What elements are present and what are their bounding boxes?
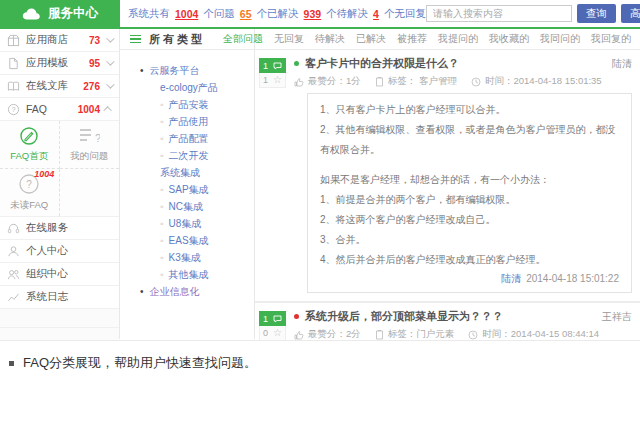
answer-line: 1、只有客户卡片上的客户经理可以合并。 [320,100,619,120]
faq-panel-empty-cell [60,169,120,217]
category-tree-panel: 所有类型 云服务平台 e-cology产品 产品安装 产品使用 产品配置 二次开… [120,29,255,339]
users-icon [7,268,20,281]
sidebar-item-faq[interactable]: ? FAQ 1004 [0,98,119,121]
question-title[interactable]: 客户卡片中的合并权限是什么？ [305,56,459,71]
unread-faq-icon-wrap: ? 1004 [18,173,40,195]
sidebar-empty-row [0,328,119,341]
stat-noreply[interactable]: 4 [373,8,379,20]
faq-home-label: FAQ首页 [10,150,48,163]
unread-faq-item[interactable]: ? 1004 未读FAQ [0,169,60,217]
question-item: 1 1 ☆ 客户卡片中的合并权限是什么？ 陆清 [255,50,640,293]
score-meta: 最赞分：2分 [294,328,361,341]
tree-node-enterprise-info[interactable]: 企业信息化 [120,283,254,300]
unread-count-badge: 1004 [34,169,54,179]
score-label: 最赞分：2分 [308,328,361,341]
question-badges: 1 0 ☆ [259,311,286,341]
star-count-badge[interactable]: 0 ☆ [259,326,286,341]
filter-tab-pending[interactable]: 待解决 [315,32,345,46]
caption: FAQ分类展现，帮助用户快速查找问题。 [0,341,640,372]
sidebar-item-label: 在线文库 [26,79,68,93]
query-button[interactable]: 查询 [577,4,616,23]
status-dot-pending [294,314,299,319]
sidebar-item-personal-center[interactable]: 个人中心 [0,240,119,263]
filter-tab-solved[interactable]: 已解决 [356,32,386,46]
tree-node-ecology-product[interactable]: e-cology产品 [120,79,254,96]
svg-text:?: ? [95,132,100,144]
filter-tab-recommended[interactable]: 被推荐 [397,32,427,46]
my-questions-item[interactable]: ? 我的问题 [60,121,120,169]
sidebar-item-org-center[interactable]: 组织中心 [0,263,119,286]
chevron-down-icon [106,34,114,42]
tree-node-u8[interactable]: U8集成 [120,215,254,232]
menu-icon[interactable] [130,35,141,44]
stat-solved-label: 个已解决 [257,7,299,21]
question-badges: 1 1 ☆ [259,58,286,293]
tree-node-system-integration[interactable]: 系统集成 [120,164,254,181]
answer-time: 2014-04-18 15:01:22 [526,273,619,284]
tree-node-other-integration[interactable]: 其他集成 [120,266,254,283]
comment-icon [273,62,282,70]
filter-tab-my-asked[interactable]: 我提问的 [438,32,478,46]
time-meta: 时间：2014-04-15 08:44:14 [468,328,599,341]
question-body: 客户卡片中的合并权限是什么？ 陆清 最赞分：1分 标签： 客户管理 [294,56,635,293]
filter-tab-my-favorites[interactable]: 我收藏的 [489,32,529,46]
tree-node-secondary-dev[interactable]: 二次开发 [120,147,254,164]
stat-total-questions[interactable]: 1004 [175,8,198,20]
star-count-badge[interactable]: 1 ☆ [259,73,286,88]
score-label: 最赞分：1分 [308,75,361,88]
svg-text:?: ? [11,104,15,113]
tree-node-cloud-platform[interactable]: 云服务平台 [120,62,254,79]
clock-icon [468,330,478,340]
reply-count-badge[interactable]: 1 [259,58,286,73]
tag-icon [375,330,384,340]
sidebar-item-system-log[interactable]: 系统日志 [0,286,119,309]
time-label: 时间：2014-04-18 15:01:35 [485,75,602,88]
filter-tab-my-same[interactable]: 我同问的 [540,32,580,46]
sidebar-item-online-service[interactable]: 在线服务 [0,217,119,240]
question-meta: 最赞分：1分 标签： 客户管理 时间：2014-04-18 15:01:35 [294,75,635,88]
question-title[interactable]: 系统升级后，部分顶部菜单显示为？？？ [305,309,503,324]
my-questions-icon: ? [78,126,100,146]
stat-pending[interactable]: 939 [304,8,322,20]
filter-tab-noreply[interactable]: 无回复 [274,32,304,46]
tree-node-sap[interactable]: SAP集成 [120,181,254,198]
reply-count-badge[interactable]: 1 [259,311,286,326]
sidebar-item-count: 95 [89,58,100,69]
stat-noreply-label: 个无回复 [384,7,426,21]
sidebar-item-label: 在线服务 [26,221,68,235]
caption-text: FAQ分类展现，帮助用户快速查找问题。 [23,354,257,372]
filter-tab-all[interactable]: 全部问题 [223,32,263,46]
sidebar-item-app-template[interactable]: 应用模板 95 [0,52,119,75]
search-input[interactable] [426,5,572,22]
tag-icon [375,77,384,87]
question-circle-icon: ? [7,103,20,116]
sidebar-item-label: 应用商店 [26,33,68,47]
answer-line: 2、将这两个客户的客户经理改成自己。 [320,210,619,230]
template-icon [7,57,20,70]
tree-node-nc[interactable]: NC集成 [120,198,254,215]
stat-solved[interactable]: 65 [240,8,252,20]
stat-total-questions-label: 个问题 [203,7,235,21]
sidebar-item-label: 应用模板 [26,56,68,70]
answer-author-link[interactable]: 陆清 [501,273,521,284]
cloud-icon [22,8,41,20]
sidebar-item-count: 73 [89,35,100,46]
tree-node-k3[interactable]: K3集成 [120,249,254,266]
tree-node-product-config[interactable]: 产品配置 [120,130,254,147]
filter-tab-my-replied[interactable]: 我回复的 [591,32,631,46]
sidebar-item-label: 系统日志 [26,290,68,304]
sidebar-item-app-store[interactable]: 应用商店 73 [0,29,119,52]
tree-node-eas[interactable]: EAS集成 [120,232,254,249]
sidebar-item-online-library[interactable]: 在线文库 276 [0,75,119,98]
line-chart-icon [7,291,20,304]
advanced-query-button[interactable]: 高级查询 [621,4,640,23]
filter-bar: 全部问题 无回复 待解决 已解决 被推荐 我提问的 我收藏的 我同问的 我回复的 [255,29,640,50]
stat-pending-label: 个待解决 [326,7,368,21]
faq-home-icon [19,126,39,146]
chevron-up-icon [103,106,111,114]
tree-node-product-install[interactable]: 产品安装 [120,96,254,113]
star-count: 0 [263,328,268,338]
tree-node-product-usage[interactable]: 产品使用 [120,113,254,130]
unread-faq-label: 未读FAQ [10,199,48,212]
faq-home-item[interactable]: FAQ首页 [0,121,60,169]
